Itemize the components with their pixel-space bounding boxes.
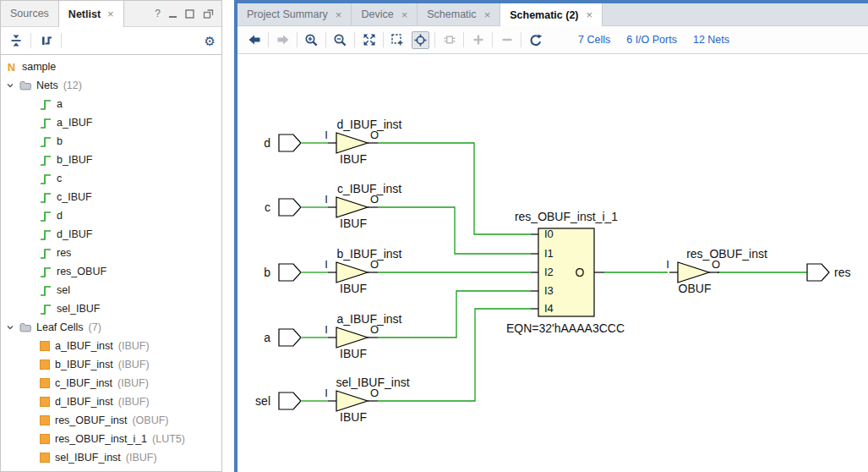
autofit-selection-button[interactable] bbox=[412, 31, 429, 49]
tab-sources[interactable]: Sources bbox=[1, 1, 58, 26]
leaf-cell-icon bbox=[40, 359, 50, 370]
cells-link[interactable]: 7 Cells bbox=[578, 34, 610, 46]
schematic-label: res_OBUF_inst_i_1 bbox=[515, 210, 618, 223]
regenerate-layout-button[interactable] bbox=[527, 31, 544, 49]
back-button[interactable] bbox=[245, 31, 263, 49]
close-icon[interactable]: × bbox=[401, 9, 408, 20]
tab-netlist[interactable]: Netlist × bbox=[58, 1, 124, 27]
tree-item-meta: (IBUF) bbox=[117, 377, 149, 389]
cell-res_OBUF_inst[interactable]: IOres_OBUF_instOBUF bbox=[666, 247, 767, 295]
collapse-all-button[interactable] bbox=[7, 32, 25, 50]
port-d[interactable]: d bbox=[264, 134, 301, 151]
net-icon bbox=[40, 228, 52, 241]
net-icon bbox=[40, 247, 52, 260]
tree-item-res-obuf-inst[interactable]: res_OBUF_inst(OBUF) bbox=[1, 411, 221, 430]
port-c[interactable]: c bbox=[265, 199, 301, 216]
zoom-selection-button[interactable] bbox=[389, 31, 407, 49]
cell-b_IBUF_inst[interactable]: IOb_IBUF_instIBUF bbox=[325, 247, 401, 295]
tree-item-a-ibuf-inst[interactable]: a_IBUF_inst(IBUF) bbox=[1, 337, 221, 355]
close-icon[interactable]: × bbox=[587, 9, 593, 20]
tab-schematic-2-label: Schematic (2) bbox=[510, 9, 578, 21]
schematic-panel: Project Summary × Device × Schematic × S… bbox=[234, 0, 868, 472]
tree-item-label: d_IBUF_inst bbox=[55, 396, 113, 408]
io-ports-link[interactable]: 6 I/O Ports bbox=[626, 34, 677, 46]
tree-item-c-ibuf[interactable]: c_IBUF bbox=[1, 188, 221, 206]
chevron-down-icon[interactable] bbox=[6, 323, 14, 332]
tab-schematic-2[interactable]: Schematic (2) × bbox=[500, 3, 603, 26]
zoom-in-button[interactable] bbox=[303, 31, 320, 49]
folder-icon bbox=[19, 322, 31, 332]
close-icon[interactable]: × bbox=[484, 9, 491, 20]
minimize-icon[interactable] bbox=[169, 16, 177, 18]
tree-item-label: sel_IBUF bbox=[57, 303, 100, 315]
tree-item-d-ibuf[interactable]: d_IBUF bbox=[1, 225, 221, 244]
tree-item-nets[interactable]: Nets(12) bbox=[1, 76, 221, 95]
tab-sources-label: Sources bbox=[10, 8, 49, 19]
tree-item-res-obuf-inst-i-1[interactable]: res_OBUF_inst_i_1(LUT5) bbox=[1, 430, 221, 448]
schematic-label: sel_IBUF_inst bbox=[336, 376, 409, 389]
leaf-cell-icon bbox=[40, 453, 50, 463]
port-res[interactable]: res bbox=[807, 264, 850, 281]
close-icon[interactable]: × bbox=[107, 8, 114, 19]
tree-item-b-ibuf[interactable]: b_IBUF bbox=[1, 151, 221, 169]
toolbar-separator bbox=[297, 32, 298, 47]
port-b[interactable]: b bbox=[264, 264, 301, 281]
tree-item-res[interactable]: res bbox=[1, 244, 221, 262]
add-button[interactable] bbox=[469, 31, 487, 49]
tree-item-sel-ibuf-inst[interactable]: sel_IBUF_inst(IBUF) bbox=[1, 448, 221, 467]
tab-project-summary[interactable]: Project Summary × bbox=[237, 3, 352, 25]
port-sel[interactable]: sel bbox=[255, 392, 301, 409]
schematic-toolbar: 7 Cells 6 I/O Ports 12 Nets bbox=[237, 26, 868, 54]
remove-button[interactable] bbox=[498, 31, 516, 49]
float-icon[interactable] bbox=[203, 8, 214, 19]
cell-c_IBUF_inst[interactable]: IOc_IBUF_instIBUF bbox=[325, 182, 401, 230]
tab-device[interactable]: Device × bbox=[352, 3, 418, 25]
cell-sel_IBUF_inst[interactable]: IOsel_IBUF_instIBUF bbox=[325, 376, 409, 424]
maximize-icon[interactable] bbox=[185, 9, 194, 19]
nets-link[interactable]: 12 Nets bbox=[693, 34, 729, 46]
separate-nets-button[interactable] bbox=[440, 31, 458, 49]
tree-item-res-obuf[interactable]: res_OBUF bbox=[1, 262, 221, 281]
tree-item-c[interactable]: c bbox=[1, 169, 221, 188]
tab-device-label: Device bbox=[361, 8, 393, 20]
cell-a_IBUF_inst[interactable]: IOa_IBUF_instIBUF bbox=[325, 312, 401, 360]
scroll-to-selected-button[interactable] bbox=[37, 32, 55, 50]
schematic-label: res_OBUF_inst bbox=[686, 247, 767, 261]
leaf-cell-icon bbox=[40, 341, 50, 351]
tree-item-label: c_IBUF bbox=[57, 191, 92, 203]
tree-item-leaf-cells[interactable]: Leaf Cells(7) bbox=[1, 318, 221, 337]
tree-item-d-ibuf-inst[interactable]: d_IBUF_inst(IBUF) bbox=[1, 392, 221, 411]
zoom-fit-button[interactable] bbox=[360, 31, 378, 49]
schematic-stats: 7 Cells 6 I/O Ports 12 Nets bbox=[578, 34, 729, 46]
zoom-selection-icon bbox=[390, 33, 405, 47]
tree-item-meta: (IBUF) bbox=[118, 396, 150, 408]
help-icon[interactable]: ? bbox=[155, 8, 161, 19]
tree-item-b-ibuf-inst[interactable]: b_IBUF_inst(IBUF) bbox=[1, 355, 221, 374]
tree-item-label: Leaf Cells bbox=[36, 321, 84, 333]
tree-item-sel-ibuf[interactable]: sel_IBUF bbox=[1, 299, 221, 318]
tree-item-sel[interactable]: sel bbox=[1, 281, 221, 299]
tree-item-meta: (IBUF) bbox=[118, 359, 150, 370]
forward-button[interactable] bbox=[274, 31, 292, 49]
plus-icon bbox=[472, 33, 485, 47]
tree-item-label: b_IBUF bbox=[57, 154, 92, 166]
schematic-canvas[interactable]: dcbaselresIOd_IBUF_instIBUFIOc_IBUF_inst… bbox=[237, 54, 868, 472]
cell-d_IBUF_inst[interactable]: IOd_IBUF_instIBUF bbox=[325, 118, 401, 166]
tree-item-d[interactable]: d bbox=[1, 206, 221, 225]
tree-item-a-ibuf[interactable]: a_IBUF bbox=[1, 113, 221, 132]
tree-item-a[interactable]: a bbox=[1, 95, 221, 113]
tree-item-sample[interactable]: Nsample bbox=[1, 58, 221, 76]
settings-gear-icon[interactable]: ⚙ bbox=[205, 35, 216, 47]
tree-item-b[interactable]: b bbox=[1, 132, 221, 151]
tree-item-c-ibuf-inst[interactable]: c_IBUF_inst(IBUF) bbox=[1, 374, 221, 392]
schematic-label: sel bbox=[255, 394, 270, 408]
tab-schematic[interactable]: Schematic × bbox=[418, 3, 500, 25]
schematic-svg[interactable]: dcbaselresIOd_IBUF_instIBUFIOc_IBUF_inst… bbox=[237, 54, 868, 472]
schematic-label: a_IBUF_inst bbox=[336, 312, 401, 326]
close-icon[interactable]: × bbox=[336, 9, 342, 20]
port-a[interactable]: a bbox=[264, 329, 301, 346]
chevron-down-icon[interactable] bbox=[6, 81, 14, 90]
toolbar-separator bbox=[463, 32, 464, 47]
toolbar-separator bbox=[521, 32, 521, 47]
zoom-out-button[interactable] bbox=[331, 31, 349, 49]
